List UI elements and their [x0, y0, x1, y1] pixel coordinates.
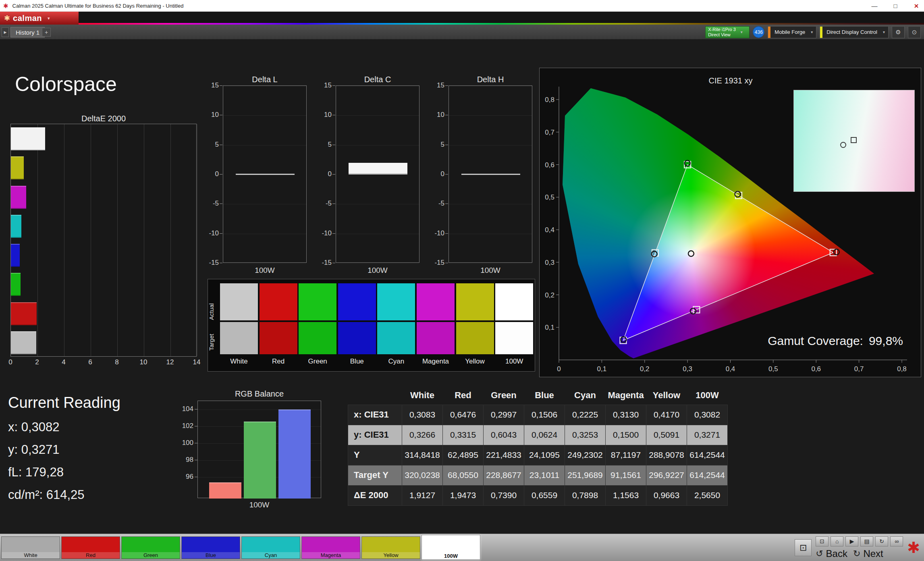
y-tick-mark	[220, 85, 222, 86]
actual-patch-100w	[495, 283, 533, 320]
patch-button-blue[interactable]: Blue	[181, 536, 240, 559]
workflow-controls: X-Rite i1Pro 3 Direct View ▾ 436 Mobile …	[705, 26, 921, 38]
y-tick-label: 96	[172, 473, 193, 481]
deltae-bar-yellow	[11, 156, 24, 179]
session-options-icon[interactable]: ⊙	[908, 26, 921, 38]
y-tick-mark	[445, 233, 448, 234]
gridline	[336, 115, 419, 116]
display-capture-icon[interactable]: ⊡	[816, 536, 828, 546]
back-button[interactable]: ↺ Back	[816, 548, 847, 559]
deltae-bar-cyan	[11, 215, 21, 238]
table-cell: 251,9689	[565, 465, 606, 485]
patch-button-cyan[interactable]: Cyan	[241, 536, 300, 559]
table-cell: 1,9473	[443, 485, 484, 505]
y-tick-label: -15	[199, 259, 219, 267]
y-tick-label: -5	[312, 199, 332, 208]
add-tab-button[interactable]: +	[42, 28, 51, 37]
y-tick-label: 100	[172, 439, 193, 447]
y-tick-mark	[332, 115, 335, 115]
source-label: Mobile Forge	[774, 29, 805, 35]
link-icon[interactable]: ∞	[890, 536, 903, 546]
target-patch-white	[220, 322, 258, 354]
measured-point-marker	[840, 142, 846, 148]
y-tick-label: -10	[425, 229, 444, 237]
x-tick-label: 14	[189, 358, 205, 366]
target-row-label: Target	[208, 326, 218, 358]
table-cell: 288,9078	[646, 445, 687, 465]
table-cell: 1,9127	[402, 485, 443, 505]
x-tick-label: 0,2	[640, 365, 650, 373]
rgb-bar-green	[244, 422, 276, 499]
back-label: Back	[826, 548, 847, 559]
gridline	[91, 124, 91, 356]
deltae-bar-100w	[11, 127, 45, 150]
meter-label: X-Rite i1Pro 3 Direct View	[708, 27, 735, 37]
y-tick-label: 102	[172, 422, 193, 430]
display-view-button[interactable]: ⊡	[795, 539, 812, 556]
gridline	[170, 124, 171, 356]
gridline	[223, 86, 306, 86]
y-tick-mark	[332, 145, 335, 145]
table-cell: 91,1561	[606, 465, 646, 485]
patch-column-label: White	[220, 357, 258, 366]
refresh-icon[interactable]: ↻	[875, 536, 888, 546]
calman-menu-button[interactable]: ✱ calman ▾	[0, 12, 79, 25]
table-row: ΔE 20001,91271,94730,73900,65590,78981,1…	[348, 485, 728, 505]
table-cell: 320,0238	[402, 465, 443, 485]
target-patch-100w	[495, 322, 533, 354]
history-nav-button[interactable]: ▶	[2, 27, 9, 37]
table-row: x: CIE310,30830,64760,29970,15060,22250,…	[348, 405, 728, 425]
home-icon[interactable]: ⌂	[831, 536, 843, 546]
y-tick-mark	[332, 204, 335, 204]
close-button[interactable]: ×	[911, 2, 922, 10]
target-patch-green	[299, 322, 336, 354]
rgb-balance-chart	[197, 401, 321, 498]
y-tick-mark	[220, 233, 222, 234]
patch-comparison-panel: Actual Target WhiteRedGreenBlueCyanMagen…	[208, 279, 535, 372]
display-control-button[interactable]: Direct Display Control ▾	[820, 26, 889, 38]
patch-button-red[interactable]: Red	[61, 536, 120, 559]
tab-history-1[interactable]: History 1	[10, 27, 45, 37]
gridline	[336, 263, 419, 264]
gridline	[336, 204, 419, 204]
source-select-button[interactable]: Mobile Forge ▾	[768, 26, 816, 38]
play-icon[interactable]: ▶	[845, 536, 858, 546]
y-tick-mark	[220, 204, 222, 204]
next-arrow-icon: ↻	[853, 549, 860, 559]
patch-button-white[interactable]: White	[1, 536, 60, 559]
y-tick-mark	[220, 263, 222, 263]
patch-button-green[interactable]: Green	[121, 536, 180, 559]
rgb-bar-blue	[278, 409, 311, 499]
delta-l-plot	[223, 85, 307, 263]
gridline	[223, 263, 306, 264]
y-tick-mark	[445, 85, 448, 86]
table-cell: 0,5091	[646, 425, 687, 445]
delta-bar	[236, 174, 295, 175]
y-tick-label: 5	[199, 141, 219, 149]
target-patch-magenta	[417, 322, 455, 354]
patch-button-magenta[interactable]: Magenta	[301, 536, 360, 559]
meter-select-button[interactable]: X-Rite i1Pro 3 Direct View ▾	[705, 26, 750, 38]
y-tick-mark	[220, 174, 222, 175]
gear-icon[interactable]: ⚙	[892, 26, 905, 38]
patch-button-100w[interactable]: 100W	[422, 535, 480, 560]
table-cell: 614,2544	[687, 465, 728, 485]
status-badge[interactable]: 436	[753, 26, 764, 38]
table-header-cell: Red	[443, 386, 484, 405]
minimize-button[interactable]: —	[869, 2, 880, 9]
patch-button-label: Red	[62, 552, 120, 558]
gridline	[197, 124, 197, 356]
table-cell: 0,3083	[402, 405, 443, 425]
patch-button-yellow[interactable]: Yellow	[361, 536, 420, 559]
delta-bar	[461, 174, 520, 175]
tab-bar: ▶ History 1 + X-Rite i1Pro 3 Direct View…	[0, 25, 924, 39]
next-button[interactable]: ↻ Next	[853, 548, 883, 559]
gamut-coverage-label: Gamut Coverage:	[768, 334, 863, 347]
nav-button-row: ↺ Back ↻ Next	[816, 548, 903, 559]
maximize-button[interactable]: □	[890, 2, 901, 9]
slides-icon[interactable]: ▤	[860, 536, 873, 546]
y-tick-label: 0,7	[545, 129, 554, 136]
actual-patch-magenta	[417, 283, 455, 320]
whitepoint-zoom-inset	[793, 90, 915, 192]
delta-c-category: 100W	[336, 266, 419, 275]
